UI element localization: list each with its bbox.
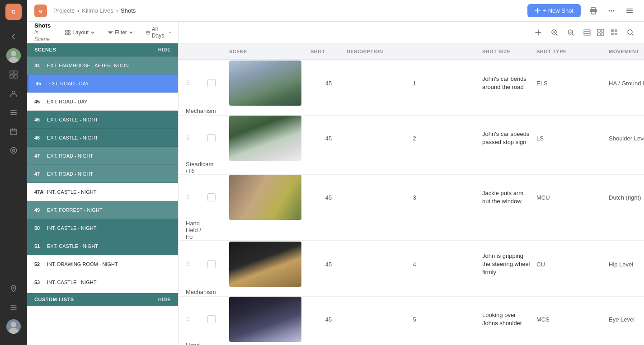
scenes-hide-button[interactable]: HIDE [158,47,171,52]
svg-rect-25 [591,8,596,10]
scene-name: EXT. FORREST - NIGHT [47,207,103,213]
scene-number: 47 [34,171,47,177]
cell-scene: 45 [310,80,347,87]
zoom-out-icon[interactable] [564,26,577,39]
svg-rect-41 [584,30,590,31]
row-checkbox[interactable] [207,134,216,142]
svg-rect-49 [615,29,617,32]
cell-shot: 5 [347,316,482,323]
new-shot-label: + New Shot [543,7,573,14]
sidebar: 6 Shots in Scene 45 Layout [27,22,179,345]
list-nav-icon[interactable] [5,104,22,121]
cell-shot-type: Dutch (right) [609,194,644,201]
all-days-button[interactable]: All Days [142,24,175,41]
svg-rect-26 [591,11,596,14]
expanded-view-button[interactable] [608,26,620,39]
drag-handle[interactable]: ⠿ [186,79,207,87]
custom-lists-label: CUSTOM LISTS [34,297,74,302]
cell-scene: 45 [310,316,347,323]
svg-rect-31 [626,9,633,9]
cell-shot-size: MCU [536,194,609,201]
table-row: ⠿ 45 2 John's car speeds passed stop sig… [179,116,644,175]
settings-nav-icon[interactable] [5,299,22,316]
calendar-nav-icon[interactable] [5,123,22,140]
col-shot-type: SHOT TYPE [536,49,609,54]
svg-rect-36 [66,33,67,35]
cell-description: Looking over Johns shoulder [482,311,536,327]
svg-rect-8 [14,75,17,78]
svg-rect-34 [66,30,67,32]
left-nav: G [0,0,27,345]
avatar-nav[interactable] [5,47,22,64]
scene-item[interactable]: 47A INT. CASTLE - NIGHT [27,183,178,201]
scene-item[interactable]: 45 EXT. ROAD - DAY [27,75,178,93]
users-nav-icon[interactable] [5,85,22,102]
scene-item[interactable]: 47 EXT. ROAD - NIGHT [27,165,178,183]
svg-rect-42 [584,32,590,33]
drag-handle[interactable]: ⠿ [186,194,207,201]
svg-point-30 [613,10,615,11]
drag-handle[interactable]: ⠿ [186,316,207,323]
svg-rect-44 [597,29,600,32]
user-avatar-bottom[interactable] [5,318,22,335]
col-shot-size: SHOT SIZE [482,49,536,54]
row-checkbox[interactable] [207,79,216,87]
svg-point-16 [13,287,14,289]
scene-item[interactable]: 46 EXT. CASTLE - NIGHT [27,111,178,129]
svg-point-17 [12,305,13,307]
row-checkbox[interactable] [207,315,216,323]
drag-handle[interactable]: ⠿ [186,261,207,268]
cell-shot-size: CU [536,261,609,268]
svg-rect-5 [10,71,13,74]
scene-item[interactable]: 44 EXT. FARMHOUSE - AFTER- NOON [27,56,178,75]
scene-number: 47A [34,189,47,195]
project-link[interactable]: Killmo Lives [82,7,113,14]
scene-item[interactable]: 53 INT. CASTLE - NIGHT [27,273,178,291]
map-nav-icon[interactable] [5,280,22,297]
col-scene: SCENE [229,49,310,54]
scene-number: 45 [34,99,47,104]
app-logo[interactable]: G [5,4,22,20]
shot-thumbnail [229,61,301,106]
breadcrumb: G Projects › Killmo Lives › Shots [34,5,136,17]
back-nav-icon[interactable] [5,28,22,45]
cell-shot-size: MCS [536,316,609,323]
scene-name: EXT. ROAD - DAY [48,81,89,86]
list-view-button[interactable] [581,26,593,39]
svg-text:G: G [39,9,42,14]
scenes-list: 44 EXT. FARMHOUSE - AFTER- NOON 45 EXT. … [27,56,178,345]
star-nav-icon[interactable] [5,142,22,159]
svg-point-27 [595,10,596,11]
print-icon[interactable] [586,4,601,18]
scene-item[interactable]: 46 EXT. CASTLE - NIGHT [27,129,178,147]
grid-view-button[interactable] [594,26,607,39]
custom-lists-hide-button[interactable]: HIDE [158,297,171,302]
zoom-in-icon[interactable] [548,26,561,39]
top-bar-actions [586,4,637,18]
drag-handle[interactable]: ⠿ [186,135,207,142]
scene-item[interactable]: 50 INT. CASTLE - NIGHT [27,219,178,237]
cell-equipment: Mechanism [186,107,207,114]
cell-shot-size: ELS [536,80,609,87]
filter-button[interactable]: Filter [104,28,137,37]
projects-link[interactable]: Projects [53,7,75,14]
scene-item[interactable]: 52 INT. DRAWING ROOM - NIGHT [27,255,178,273]
col-description: DESCRIPTION [347,49,482,54]
scene-item[interactable]: 49 EXT. FORREST - NIGHT [27,201,178,219]
scene-item[interactable]: 47 EXT. ROAD - NIGHT [27,147,178,165]
row-checkbox[interactable] [207,260,216,268]
svg-rect-11 [10,112,17,113]
svg-rect-45 [601,29,604,32]
new-shot-button[interactable]: + New Shot [527,4,581,17]
search-icon[interactable] [624,26,637,39]
row-checkbox[interactable] [207,193,216,201]
add-row-icon[interactable] [532,26,545,39]
cell-scene: 45 [310,261,347,268]
scene-number: 47 [34,153,47,159]
more-options-icon[interactable] [604,4,619,18]
boards-nav-icon[interactable] [5,66,22,83]
scene-item[interactable]: 51 EXT. CASTLE - NIGHT [27,237,178,255]
menu-icon[interactable] [622,4,637,18]
scene-item[interactable]: 45 EXT. ROAD - DAY [27,93,178,111]
layout-button[interactable]: Layout [61,28,99,37]
